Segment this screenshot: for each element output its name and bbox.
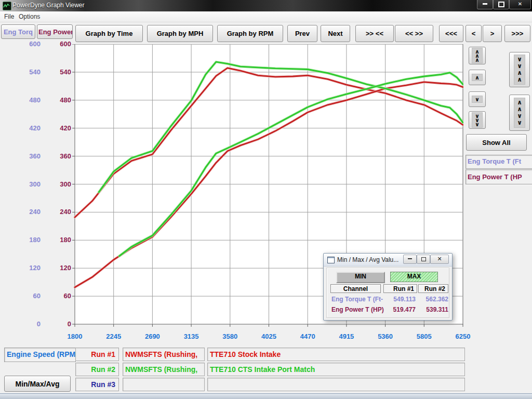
range-narrow-button[interactable]: ∨∨∧∧ — [509, 52, 530, 87]
y-tick-torque-420: 420 — [9, 124, 41, 132]
range-expand-button[interactable]: ∧∧∨∨ — [509, 95, 530, 131]
minmax-channel-2: Eng Power T (HP) — [331, 306, 384, 313]
y-tick-power-540: 540 — [40, 68, 71, 76]
chevron-glyph: ∨ — [475, 97, 480, 101]
column-header-run2[interactable]: Run #2 — [418, 284, 448, 293]
window-icon — [327, 257, 335, 263]
graph-by-time-button[interactable]: Graph by Time — [75, 25, 143, 42]
scale-up-button[interactable]: ∧ — [469, 70, 486, 85]
zoom-in-button[interactable]: >> << — [355, 25, 394, 42]
x-tick-2690: 2690 — [136, 332, 169, 340]
menu-bar: File Options — [0, 11, 532, 22]
channel-button-eng-power[interactable]: Eng Power — [37, 24, 73, 39]
y-tick-power-0: 0 — [40, 320, 71, 328]
window-bottom-edge — [0, 393, 532, 399]
chevron-glyph: ∧ — [475, 75, 480, 79]
minmax-run1-value-1: 549.113 — [383, 296, 416, 303]
min-max-avg-button[interactable]: Min/Max/Avg — [4, 376, 71, 392]
minimize-icon — [408, 258, 412, 259]
scroll-end-button[interactable]: >>> — [504, 25, 530, 42]
minmax-close-button[interactable]: ✕ — [430, 255, 449, 264]
minmax-restore-button[interactable] — [417, 255, 430, 264]
x-tick-5360: 5360 — [369, 332, 402, 340]
channel-button-eng-torque[interactable]: Eng Torq — [1, 24, 35, 39]
y-tick-power-300: 300 — [40, 180, 71, 188]
range-narrow-button-icon: ∨∨∧∧ — [514, 55, 525, 85]
scroll-left-button[interactable]: < — [466, 25, 482, 42]
menu-file[interactable]: File — [4, 13, 14, 20]
y-tick-power-60: 60 — [40, 292, 71, 300]
run-1-description-field[interactable]: TTE710 Stock Intake — [207, 348, 465, 361]
run-3-description-field[interactable] — [207, 378, 465, 391]
graph-by-mph-button[interactable]: Graph by MPH — [147, 25, 213, 42]
chevron-glyph: ∧ — [475, 58, 480, 62]
y-tick-power-480: 480 — [40, 96, 71, 104]
next-button[interactable]: Next — [321, 25, 350, 42]
y-tick-torque-600: 600 — [9, 40, 41, 48]
legend-eng-torque[interactable]: Eng Torque T (Ft — [466, 155, 532, 169]
run-label-3[interactable]: Run #3 — [75, 378, 119, 391]
chevron-glyph: ∨ — [517, 119, 522, 126]
x-tick-6250: 6250 — [446, 332, 480, 340]
minimize-button[interactable] — [477, 0, 493, 9]
x-axis-channel-box[interactable]: Engine Speed (RPM) — [4, 348, 76, 362]
run-1-channel-field[interactable]: NWMSFTS (Rushing, — [123, 348, 205, 361]
run-3-channel-field[interactable] — [123, 378, 205, 391]
minmax-minimize-button[interactable] — [403, 255, 417, 264]
maximize-icon — [498, 2, 504, 7]
x-tick-1800: 1800 — [58, 332, 91, 340]
x-tick-2245: 2245 — [97, 332, 130, 340]
graph-by-rpm-button[interactable]: Graph by RPM — [217, 25, 283, 42]
scale-down-fast-button-icon: ∨∨∨ — [472, 112, 483, 128]
y-tick-power-600: 600 — [40, 40, 71, 48]
menu-options[interactable]: Options — [19, 13, 40, 20]
y-tick-power-360: 360 — [40, 152, 71, 160]
minmax-run2-value-2: 539.311 — [417, 306, 448, 313]
column-header-run1[interactable]: Run #1 — [383, 284, 417, 293]
y-tick-power-120: 120 — [40, 264, 71, 272]
y-tick-torque-240: 240 — [9, 208, 41, 216]
run-2-description-field[interactable]: TTE710 CTS Intake Port Match — [207, 363, 465, 376]
y-tick-torque-0: 0 — [9, 320, 41, 328]
zoom-out-button[interactable]: << >> — [395, 25, 433, 42]
y-tick-torque-120: 120 — [9, 264, 41, 272]
scale-down-fast-button[interactable]: ∨∨∨ — [469, 111, 486, 129]
minmax-run1-value-2: 519.477 — [383, 306, 416, 313]
scale-up-fast-button[interactable]: ∧∧∧ — [469, 47, 486, 64]
chevron-glyph: ∧ — [517, 76, 522, 83]
app-window: PowerDyne Graph Viewer ✕ File Options En… — [0, 0, 532, 399]
x-tick-3580: 3580 — [214, 332, 247, 340]
scale-down-button-icon: ∨ — [472, 96, 483, 103]
scale-down-button[interactable]: ∨ — [469, 91, 486, 107]
x-tick-5805: 5805 — [407, 332, 441, 340]
chevron-glyph: ∨ — [475, 122, 480, 126]
minmax-title-bar[interactable]: Min / Max / Avg Valu... ✕ — [324, 254, 452, 267]
run-label-2[interactable]: Run #2 — [75, 363, 119, 376]
y-tick-power-240: 240 — [40, 208, 71, 216]
range-expand-button-icon: ∧∧∨∨ — [514, 98, 525, 128]
maximize-button[interactable] — [493, 0, 509, 9]
minimize-icon — [483, 3, 487, 5]
scale-up-fast-button-icon: ∧∧∧ — [472, 48, 483, 63]
prev-button[interactable]: Prev — [287, 25, 317, 42]
run-label-1[interactable]: Run #1 — [75, 348, 119, 361]
column-header-channel[interactable]: Channel — [330, 284, 381, 293]
max-tab-button[interactable]: MAX — [390, 272, 438, 282]
scroll-home-button[interactable]: <<< — [439, 25, 463, 42]
y-tick-torque-180: 180 — [9, 236, 41, 244]
app-icon — [3, 2, 11, 10]
y-tick-power-420: 420 — [40, 124, 71, 132]
window-title: PowerDyne Graph Viewer — [12, 2, 85, 9]
run-2-channel-field[interactable]: NWMSFTS (Rushing, — [123, 363, 205, 376]
minmax-channel-1: Eng Torque T (Ft- — [331, 296, 383, 303]
min-tab-button[interactable]: MIN — [336, 272, 385, 283]
close-button[interactable]: ✕ — [509, 0, 531, 9]
x-tick-4915: 4915 — [330, 332, 363, 340]
restore-icon — [421, 257, 426, 261]
y-tick-torque-480: 480 — [9, 96, 41, 104]
x-tick-4025: 4025 — [252, 332, 286, 340]
minmax-window-title: Min / Max / Avg Valu... — [337, 256, 398, 263]
legend-eng-power[interactable]: Eng Power T (HP — [466, 169, 532, 184]
show-all-button[interactable]: Show All — [466, 134, 527, 151]
scroll-right-button[interactable]: > — [483, 25, 502, 42]
